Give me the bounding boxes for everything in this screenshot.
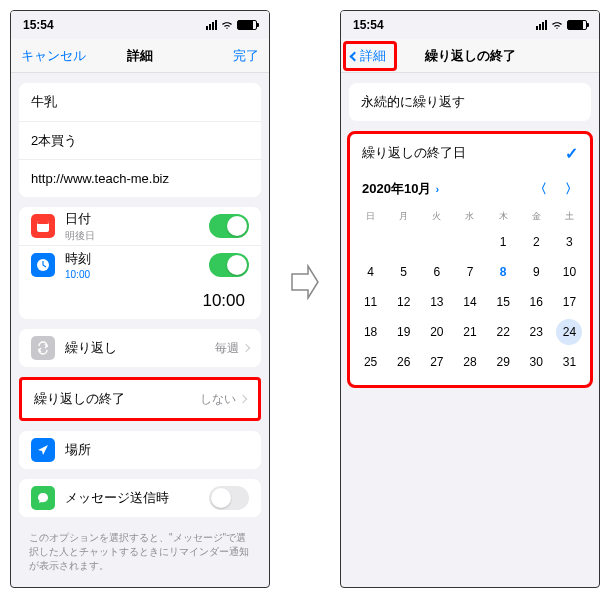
calendar-day[interactable]: 19 (387, 317, 420, 347)
time-picker[interactable]: 10:00 (19, 283, 261, 319)
battery-icon (237, 20, 257, 30)
status-bar: 15:54 (11, 11, 269, 39)
calendar-day[interactable]: 28 (453, 347, 486, 377)
signal-icon (206, 20, 217, 30)
repeat-icon (31, 336, 55, 360)
prev-month-button[interactable]: 〈 (534, 180, 547, 198)
location-group: 場所 (19, 431, 261, 469)
chevron-right-icon (239, 395, 247, 403)
date-row[interactable]: 日付明後日 (19, 207, 261, 245)
transition-arrow-icon (290, 264, 320, 304)
calendar-day[interactable]: 4 (354, 257, 387, 287)
datetime-group: 日付明後日 時刻10:00 10:00 (19, 207, 261, 319)
calendar-day[interactable]: 21 (453, 317, 486, 347)
calendar-day[interactable]: 30 (520, 347, 553, 377)
repeat-end-row[interactable]: 繰り返しの終了 しない (22, 380, 258, 418)
calendar-dow: 木 (487, 206, 520, 227)
calendar-dow: 火 (420, 206, 453, 227)
nav-title: 詳細 (127, 47, 153, 65)
calendar-day[interactable]: 22 (487, 317, 520, 347)
nav-bar: キャンセル 詳細 完了 (11, 39, 269, 73)
calendar-day[interactable]: 20 (420, 317, 453, 347)
calendar-month[interactable]: 2020年10月› (362, 180, 534, 198)
status-time: 15:54 (23, 18, 54, 32)
calendar-day[interactable]: 14 (453, 287, 486, 317)
nav-bar: 詳細 繰り返しの終了 (341, 39, 599, 73)
calendar-day[interactable]: 17 (553, 287, 586, 317)
clock-icon (31, 253, 55, 277)
message-row[interactable]: メッセージ送信時 (19, 479, 261, 517)
next-month-button[interactable]: 〉 (565, 180, 578, 198)
repeat-group: 繰り返し 毎週 (19, 329, 261, 367)
notes-field[interactable]: 2本買う (19, 121, 261, 159)
calendar-day[interactable]: 2 (520, 227, 553, 257)
date-sub: 明後日 (65, 229, 209, 243)
end-date-row[interactable]: 繰り返しの終了日 ✓ (350, 134, 590, 172)
checkmark-icon: ✓ (565, 144, 578, 163)
calendar-nav: 〈 〉 (534, 180, 578, 198)
calendar-grid: 日月火水木金土123456789101112131415161718192021… (350, 206, 590, 385)
calendar-day[interactable]: 6 (420, 257, 453, 287)
calendar-day[interactable]: 9 (520, 257, 553, 287)
calendar-day[interactable]: 7 (453, 257, 486, 287)
time-row[interactable]: 時刻10:00 (19, 245, 261, 283)
calendar-day[interactable]: 25 (354, 347, 387, 377)
chevron-right-icon: › (435, 183, 439, 195)
calendar-dow: 月 (387, 206, 420, 227)
cancel-button[interactable]: キャンセル (21, 47, 86, 65)
calendar-day[interactable]: 26 (387, 347, 420, 377)
content-scroll[interactable]: 牛乳 2本買う http://www.teach-me.biz 日付明後日 時刻… (11, 73, 269, 587)
calendar-day[interactable]: 16 (520, 287, 553, 317)
end-date-group: 繰り返しの終了日 ✓ 2020年10月› 〈 〉 日月火水木金土12345678… (350, 134, 590, 385)
time-toggle[interactable] (209, 253, 249, 277)
calendar-day[interactable]: 29 (487, 347, 520, 377)
signal-icon (536, 20, 547, 30)
calendar-day[interactable]: 5 (387, 257, 420, 287)
status-icons (206, 20, 257, 30)
forever-row[interactable]: 永続的に繰り返す (349, 83, 591, 121)
message-footnote: このオプションを選択すると、"メッセージ"で選択した人とチャットするときにリマイ… (11, 527, 269, 581)
calendar-day-empty (453, 227, 486, 257)
message-toggle[interactable] (209, 486, 249, 510)
repeat-end-label: 繰り返しの終了 (34, 390, 200, 408)
left-phone-detail-screen: 15:54 キャンセル 詳細 完了 牛乳 2本買う http://www.tea… (10, 10, 270, 588)
location-row[interactable]: 場所 (19, 431, 261, 469)
status-time: 15:54 (353, 18, 384, 32)
calendar-dow: 日 (354, 206, 387, 227)
calendar-day[interactable]: 23 (520, 317, 553, 347)
calendar-icon (31, 214, 55, 238)
calendar-day[interactable]: 18 (354, 317, 387, 347)
text-fields-group: 牛乳 2本買う http://www.teach-me.biz (19, 83, 261, 197)
message-icon (31, 486, 55, 510)
battery-icon (567, 20, 587, 30)
calendar-day[interactable]: 11 (354, 287, 387, 317)
title-field[interactable]: 牛乳 (19, 83, 261, 121)
message-group: メッセージ送信時 (19, 479, 261, 517)
content-scroll[interactable]: 永続的に繰り返す 繰り返しの終了日 ✓ 2020年10月› 〈 〉 日月火水木金… (341, 73, 599, 587)
message-label: メッセージ送信時 (65, 489, 209, 507)
repeat-label: 繰り返し (65, 339, 215, 357)
done-button[interactable]: 完了 (233, 47, 259, 65)
forever-group: 永続的に繰り返す (349, 83, 591, 121)
repeat-end-value: しない (200, 391, 236, 408)
calendar-day[interactable]: 1 (487, 227, 520, 257)
calendar-day[interactable]: 15 (487, 287, 520, 317)
calendar-day[interactable]: 24 (553, 317, 586, 347)
back-button[interactable]: 詳細 (351, 47, 386, 65)
chevron-left-icon (350, 51, 360, 61)
url-field[interactable]: http://www.teach-me.biz (19, 159, 261, 197)
calendar-dow: 金 (520, 206, 553, 227)
date-toggle[interactable] (209, 214, 249, 238)
calendar-day[interactable]: 31 (553, 347, 586, 377)
calendar-day[interactable]: 27 (420, 347, 453, 377)
calendar-day[interactable]: 12 (387, 287, 420, 317)
time-sub: 10:00 (65, 269, 209, 280)
calendar-day[interactable]: 10 (553, 257, 586, 287)
calendar-day[interactable]: 8 (487, 257, 520, 287)
date-label: 日付 (65, 210, 209, 228)
calendar-day[interactable]: 13 (420, 287, 453, 317)
location-icon (31, 438, 55, 462)
repeat-row[interactable]: 繰り返し 毎週 (19, 329, 261, 367)
calendar-day[interactable]: 3 (553, 227, 586, 257)
calendar-day-empty (354, 227, 387, 257)
